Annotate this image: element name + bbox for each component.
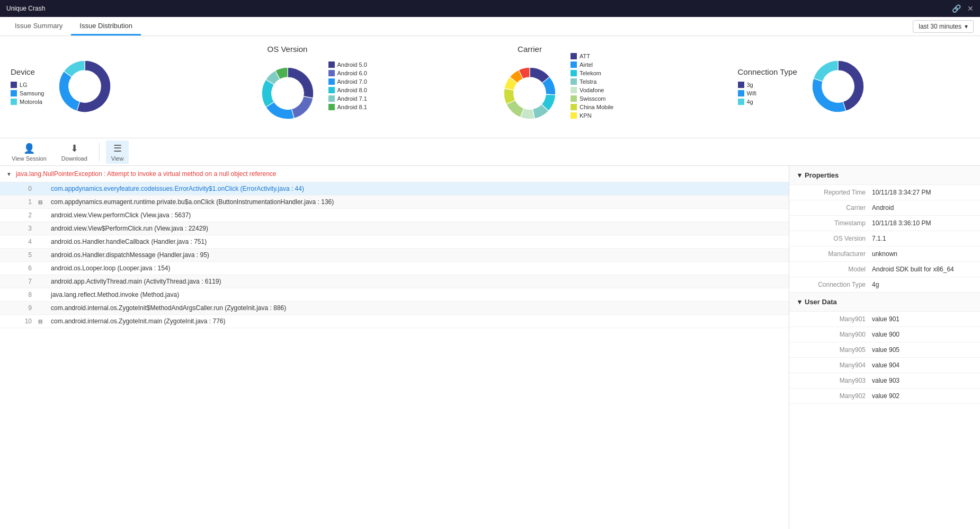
legend-item: 4g: [738, 99, 797, 105]
table-row: 3android.view.View$PerformClick.run (Vie…: [0, 222, 789, 235]
table-row: 10⊟com.android.internal.os.ZygoteInit.ma…: [0, 315, 789, 328]
table-row: 4android.os.Handler.handleCallback (Hand…: [0, 235, 789, 249]
legend-label: LG: [20, 82, 28, 88]
chart-container-device: [50, 52, 119, 122]
legend-dot: [571, 70, 577, 76]
legend-dot: [571, 112, 577, 119]
legend-label: Swisscom: [580, 95, 606, 102]
property-row: Connection Type4g: [789, 277, 980, 293]
chevron-down-icon[interactable]: ▼: [6, 171, 12, 177]
chart-container-carrier: Carrier: [495, 45, 564, 129]
legend-item: Telekom: [571, 70, 613, 76]
property-row: CarrierAndroid: [789, 200, 980, 216]
properties-section-header[interactable]: ▾ Properties: [789, 166, 980, 185]
stack-panel: ▼ java.lang.NullPointerException : Attem…: [0, 166, 789, 529]
prop-label: Reported Time: [798, 189, 872, 196]
tabs: Issue Summary Issue Distribution: [6, 17, 141, 36]
legend-item: Vodafone: [571, 87, 613, 93]
line-number: 1: [19, 198, 32, 206]
stack-frame-text[interactable]: com.appdynamics.everyfeature.codeissues.…: [51, 185, 304, 192]
prop-value: Android SDK built for x86_64: [872, 266, 954, 273]
tab-issue-summary[interactable]: Issue Summary: [6, 17, 71, 36]
tab-issue-distribution[interactable]: Issue Distribution: [71, 17, 141, 36]
line-number: 2: [19, 211, 32, 219]
stack-frame-text: android.os.Handler.handleCallback (Handl…: [51, 238, 207, 245]
stack-row-icon: ⊟: [38, 319, 47, 324]
legend-item: Telstra: [571, 78, 613, 85]
legend-connection-type: 3gWifi4g: [738, 82, 797, 105]
legend-label: Android 5.0: [337, 61, 367, 68]
user-data-section-header[interactable]: ▾ User Data: [789, 293, 980, 312]
user-data-label: Many903: [798, 377, 872, 384]
legend-dot: [571, 104, 577, 110]
legend-label: Telekom: [580, 70, 601, 76]
table-row: 7android.app.ActivityThread.main (Activi…: [0, 275, 789, 288]
legend-label: Samsung: [20, 90, 44, 96]
legend-dot: [11, 90, 17, 96]
user-data-value: value 901: [872, 315, 899, 323]
user-data-value: value 902: [872, 392, 899, 400]
legend-os-version: Android 5.0Android 6.0Android 7.0Android…: [328, 61, 367, 112]
legend-item: Motorola: [11, 99, 44, 105]
donut-chart-connection-type: [804, 52, 872, 122]
legend-item: Android 7.1: [328, 95, 367, 102]
line-number: 9: [19, 304, 32, 312]
donut-chart-carrier: [495, 59, 564, 129]
legend-dot: [328, 104, 335, 110]
view-session-button[interactable]: 👤 View Session: [6, 140, 52, 164]
link-icon[interactable]: 🔗: [952, 4, 961, 13]
legend-dot: [571, 78, 577, 85]
property-row: Timestamp10/11/18 3:36:10 PM: [789, 216, 980, 231]
stack-frame-text: android.app.ActivityThread.main (Activit…: [51, 278, 221, 285]
stack-frame-text: android.os.Looper.loop (Looper.java : 15…: [51, 264, 171, 272]
chart-block-device: DeviceLGSamsungMotorola: [11, 45, 243, 129]
chevron-down-icon: ▾: [965, 23, 968, 30]
toolbar: 👤 View Session ⬇ Download ☰ View: [0, 138, 980, 166]
legend-label: Wifi: [747, 90, 756, 96]
donut-chart-os-version: [253, 59, 322, 129]
properties-panel: ▾ Properties Reported Time10/11/18 3:34:…: [789, 166, 980, 529]
download-button[interactable]: ⬇ Download: [56, 140, 93, 164]
legend-dot: [11, 99, 17, 105]
prop-label: Connection Type: [798, 281, 872, 288]
legend-label: Android 8.1: [337, 104, 367, 110]
legend-label: Airtel: [580, 61, 593, 68]
legend-dot: [571, 95, 577, 102]
user-data-label: Many902: [798, 392, 872, 400]
properties-fields: Reported Time10/11/18 3:34:27 PMCarrierA…: [789, 185, 980, 293]
user-data-label: Many901: [798, 315, 872, 323]
close-icon[interactable]: ✕: [967, 4, 974, 13]
exception-text: java.lang.NullPointerException : Attempt…: [16, 170, 277, 178]
user-data-row: Many903value 903: [789, 373, 980, 389]
legend-dot: [571, 61, 577, 68]
chart-block-carrier: CarrierATTAirtelTelekomTelstraVodafoneSw…: [495, 45, 727, 129]
view-button[interactable]: ☰ View: [106, 140, 129, 164]
chart-container-os-version: OS Version: [253, 45, 322, 129]
chart-wrapper-device: DeviceLGSamsungMotorola: [11, 67, 44, 107]
line-number: 4: [19, 238, 32, 245]
line-number: 0: [19, 185, 32, 192]
charts-section: DeviceLGSamsungMotorolaOS VersionAndroid…: [0, 36, 980, 138]
prop-value: Android: [872, 204, 894, 211]
user-data-row: Many901value 901: [789, 312, 980, 327]
property-row: Reported Time10/11/18 3:34:27 PM: [789, 185, 980, 200]
legend-dot: [11, 82, 17, 88]
prop-label: Manufacturer: [798, 250, 872, 258]
prop-label: OS Version: [798, 235, 872, 242]
legend-dot: [571, 53, 577, 59]
main-content: ▼ java.lang.NullPointerException : Attem…: [0, 166, 980, 529]
prop-label: Timestamp: [798, 219, 872, 227]
prop-value: 4g: [872, 281, 879, 288]
stack-frame-text: java.lang.reflect.Method.invoke (Method.…: [51, 291, 179, 298]
user-data-row: Many904value 904: [789, 358, 980, 373]
prop-label: Carrier: [798, 204, 872, 211]
legend-item: Samsung: [11, 90, 44, 96]
legend-item: LG: [11, 82, 44, 88]
legend-dot: [328, 70, 335, 76]
table-row: 9com.android.internal.os.ZygoteInit$Meth…: [0, 302, 789, 315]
prop-value: unknown: [872, 250, 897, 258]
legend-dot: [328, 61, 335, 68]
table-row: 1⊟com.appdynamics.eumagent.runtime.priva…: [0, 196, 789, 209]
toolbar-divider: [99, 143, 100, 162]
time-dropdown[interactable]: last 30 minutes ▾: [913, 20, 974, 33]
